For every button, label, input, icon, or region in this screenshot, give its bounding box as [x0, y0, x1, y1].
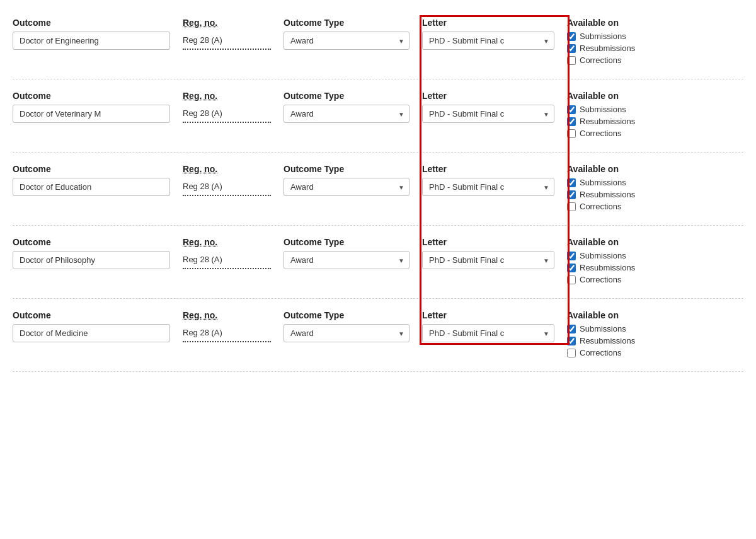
submissions-checkbox-row[interactable]: Submissions — [567, 105, 680, 114]
submissions-checkbox[interactable] — [567, 32, 576, 41]
available-on-label: Available on — [567, 237, 680, 247]
resubmissions-checkbox-row[interactable]: Resubmissions — [567, 336, 680, 345]
outcome-value: Doctor of Medicine — [13, 324, 170, 342]
submissions-label: Submissions — [580, 178, 626, 187]
table-row: Outcome Doctor of Education Reg. no. Reg… — [13, 153, 743, 226]
regno-value: Reg 28 (A) — [183, 178, 271, 196]
outcome-type-select-wrapper: Award ▼ — [284, 32, 410, 50]
regno-col: Reg. no. Reg 28 (A) — [183, 91, 284, 123]
corrections-label: Corrections — [580, 348, 621, 357]
submissions-checkbox-row[interactable]: Submissions — [567, 32, 680, 41]
resubmissions-checkbox[interactable] — [567, 44, 576, 53]
resubmissions-checkbox-row[interactable]: Resubmissions — [567, 117, 680, 126]
outcome-type-select[interactable]: Award — [284, 324, 410, 342]
corrections-checkbox[interactable] — [567, 275, 576, 284]
regno-label: Reg. no. — [183, 237, 271, 247]
corrections-checkbox[interactable] — [567, 56, 576, 65]
submissions-label: Submissions — [580, 324, 626, 333]
resubmissions-label: Resubmissions — [580, 263, 635, 272]
corrections-checkbox-row[interactable]: Corrections — [567, 275, 680, 284]
outcome-label: Outcome — [13, 164, 170, 174]
corrections-checkbox[interactable] — [567, 202, 576, 211]
submissions-checkbox-row[interactable]: Submissions — [567, 324, 680, 333]
outcome-col: Outcome Doctor of Engineering — [13, 18, 183, 50]
letter-select-wrapper: PhD - Submit Final c ▼ — [422, 178, 554, 196]
corrections-checkbox[interactable] — [567, 129, 576, 138]
letter-select-wrapper: PhD - Submit Final c ▼ — [422, 105, 554, 123]
corrections-label: Corrections — [580, 275, 621, 284]
corrections-checkbox[interactable] — [567, 349, 576, 357]
available-on-col: Available on Submissions Resubmissions C… — [567, 91, 680, 141]
submissions-checkbox[interactable] — [567, 325, 576, 333]
available-on-col: Available on Submissions Resubmissions C… — [567, 310, 680, 360]
outcome-type-label: Outcome Type — [284, 310, 410, 320]
regno-col: Reg. no. Reg 28 (A) — [183, 164, 284, 196]
resubmissions-checkbox-row[interactable]: Resubmissions — [567, 43, 680, 53]
outcome-label: Outcome — [13, 310, 170, 320]
corrections-label: Corrections — [580, 55, 621, 65]
corrections-label: Corrections — [580, 129, 621, 138]
submissions-checkbox[interactable] — [567, 105, 576, 114]
outcome-col: Outcome Doctor of Medicine — [13, 310, 183, 342]
available-on-label: Available on — [567, 18, 680, 28]
resubmissions-checkbox-row[interactable]: Resubmissions — [567, 263, 680, 272]
regno-label: Reg. no. — [183, 18, 271, 28]
outcome-type-label: Outcome Type — [284, 91, 410, 101]
submissions-checkbox[interactable] — [567, 252, 576, 260]
letter-select[interactable]: PhD - Submit Final c — [422, 105, 554, 123]
resubmissions-checkbox[interactable] — [567, 264, 576, 272]
letter-col: Letter PhD - Submit Final c ▼ — [422, 237, 567, 269]
regno-col: Reg. no. Reg 28 (A) — [183, 18, 284, 50]
outcome-type-select[interactable]: Award — [284, 32, 410, 50]
outcome-type-select[interactable]: Award — [284, 105, 410, 123]
resubmissions-checkbox[interactable] — [567, 117, 576, 126]
letter-col: Letter PhD - Submit Final c ▼ — [422, 91, 567, 123]
submissions-label: Submissions — [580, 32, 626, 41]
letter-label: Letter — [422, 91, 554, 101]
outcome-col: Outcome Doctor of Philosophy — [13, 237, 183, 269]
outcome-type-label: Outcome Type — [284, 164, 410, 174]
letter-select[interactable]: PhD - Submit Final c — [422, 324, 554, 342]
corrections-checkbox-row[interactable]: Corrections — [567, 129, 680, 138]
outcome-type-label: Outcome Type — [284, 237, 410, 247]
resubmissions-checkbox-row[interactable]: Resubmissions — [567, 190, 680, 199]
letter-col: Letter PhD - Submit Final c ▼ — [422, 18, 567, 50]
submissions-label: Submissions — [580, 251, 626, 260]
submissions-checkbox[interactable] — [567, 178, 576, 187]
regno-value: Reg 28 (A) — [183, 32, 271, 50]
available-on-label: Available on — [567, 91, 680, 101]
outcome-label: Outcome — [13, 18, 170, 28]
corrections-checkbox-row[interactable]: Corrections — [567, 55, 680, 65]
outcome-col: Outcome Doctor of Veterinary M — [13, 91, 183, 123]
resubmissions-checkbox[interactable] — [567, 190, 576, 199]
resubmissions-label: Resubmissions — [580, 117, 635, 126]
corrections-checkbox-row[interactable]: Corrections — [567, 202, 680, 211]
table-row: Outcome Doctor of Veterinary M Reg. no. … — [13, 79, 743, 153]
submissions-checkbox-row[interactable]: Submissions — [567, 178, 680, 187]
regno-value: Reg 28 (A) — [183, 324, 271, 342]
outcome-type-select[interactable]: Award — [284, 178, 410, 196]
submissions-checkbox-row[interactable]: Submissions — [567, 251, 680, 260]
outcome-type-col: Outcome Type Award ▼ — [284, 164, 422, 196]
outcome-type-col: Outcome Type Award ▼ — [284, 310, 422, 342]
letter-select[interactable]: PhD - Submit Final c — [422, 32, 554, 50]
corrections-checkbox-row[interactable]: Corrections — [567, 348, 680, 357]
available-on-col: Available on Submissions Resubmissions C… — [567, 18, 680, 67]
table-row: Outcome Doctor of Philosophy Reg. no. Re… — [13, 226, 743, 299]
regno-value: Reg 28 (A) — [183, 251, 271, 269]
regno-col: Reg. no. Reg 28 (A) — [183, 310, 284, 342]
outcome-type-select[interactable]: Award — [284, 251, 410, 269]
resubmissions-label: Resubmissions — [580, 43, 635, 53]
table-row: Outcome Doctor of Medicine Reg. no. Reg … — [13, 299, 743, 372]
resubmissions-checkbox[interactable] — [567, 337, 576, 345]
regno-label: Reg. no. — [183, 164, 271, 174]
resubmissions-label: Resubmissions — [580, 190, 635, 199]
letter-select[interactable]: PhD - Submit Final c — [422, 251, 554, 269]
letter-select-wrapper: PhD - Submit Final c ▼ — [422, 32, 554, 50]
letter-label: Letter — [422, 310, 554, 320]
letter-select[interactable]: PhD - Submit Final c — [422, 178, 554, 196]
letter-label: Letter — [422, 164, 554, 174]
available-on-col: Available on Submissions Resubmissions C… — [567, 237, 680, 287]
outcome-label: Outcome — [13, 237, 170, 247]
outcome-col: Outcome Doctor of Education — [13, 164, 183, 196]
